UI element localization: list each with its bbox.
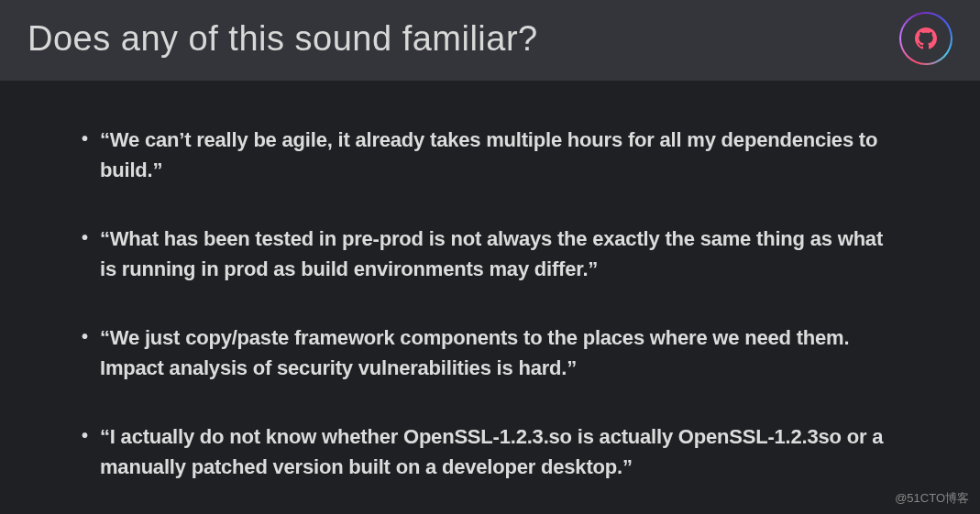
slide-header: Does any of this sound familiar? xyxy=(0,0,980,81)
slide-content: “We can’t really be agile, it already ta… xyxy=(0,81,980,514)
github-logo-inner xyxy=(901,14,951,63)
slide-title: Does any of this sound familiar? xyxy=(28,19,538,59)
list-item: “We just copy/paste framework components… xyxy=(78,323,897,383)
github-icon xyxy=(915,27,937,49)
github-logo-ring xyxy=(899,12,952,65)
watermark: @51CTO博客 xyxy=(895,490,969,507)
list-item: “I actually do not know whether OpenSSL-… xyxy=(78,421,897,482)
bullet-list: “We can’t really be agile, it already ta… xyxy=(78,125,897,482)
list-item: “What has been tested in pre-prod is not… xyxy=(78,224,897,284)
list-item: “We can’t really be agile, it already ta… xyxy=(78,125,897,185)
